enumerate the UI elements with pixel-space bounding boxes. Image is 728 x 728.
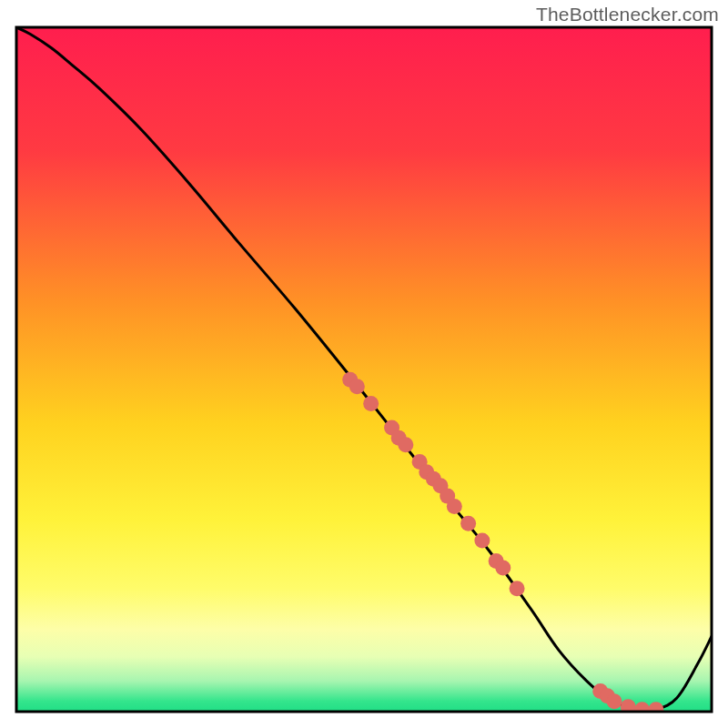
data-marker xyxy=(495,561,511,576)
watermark-text: TheBottlenecker.com xyxy=(536,4,719,25)
data-marker xyxy=(398,437,413,452)
gradient-background xyxy=(16,27,712,712)
data-marker xyxy=(510,581,525,596)
data-marker xyxy=(460,516,476,531)
data-marker xyxy=(447,499,462,514)
data-marker xyxy=(634,702,650,717)
data-marker xyxy=(363,396,379,411)
data-marker xyxy=(349,379,365,394)
chart-stage: TheBottlenecker.com xyxy=(0,0,728,728)
data-marker xyxy=(474,533,490,549)
data-marker xyxy=(607,693,622,709)
bottleneck-curve-chart xyxy=(0,0,728,728)
data-marker xyxy=(648,702,663,717)
